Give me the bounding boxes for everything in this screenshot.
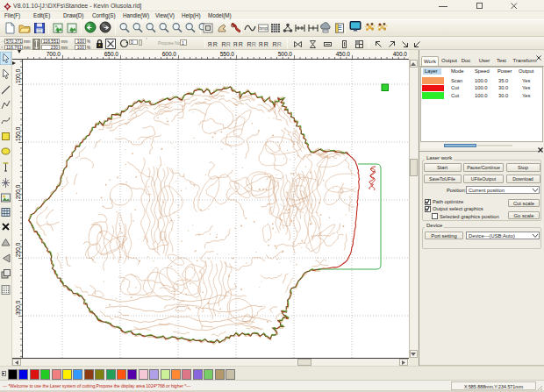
svg-text:400.0: 400.0 [393,51,408,57]
svg-text:R: R [264,41,268,47]
svg-text:250.0: 250.0 [15,242,21,257]
svg-text:R: R [239,41,243,47]
svg-text:R: R [226,41,231,47]
svg-text:R: R [259,41,263,47]
svg-text:R: R [222,41,226,47]
svg-text:550.0: 550.0 [220,51,235,57]
svg-text:300.0: 300.0 [15,300,21,315]
svg-text:R: R [247,41,252,47]
svg-text:R: R [273,41,277,47]
svg-text:200.0: 200.0 [15,184,21,199]
svg-text:R: R [277,41,282,47]
svg-text:R: R [233,41,238,47]
svg-text:650.0: 650.0 [104,51,119,57]
svg-text:R: R [213,41,218,47]
svg-text:R: R [252,41,256,47]
svg-text:100.0: 100.0 [15,68,21,83]
svg-text:150.0: 150.0 [15,126,21,141]
svg-text:700.0: 700.0 [47,51,61,57]
svg-text:450.0: 450.0 [336,51,351,57]
svg-text:R: R [208,41,212,47]
svg-text:500.0: 500.0 [278,51,293,57]
svg-text:600.0: 600.0 [162,51,177,57]
svg-text:bmp: bmp [259,25,268,31]
